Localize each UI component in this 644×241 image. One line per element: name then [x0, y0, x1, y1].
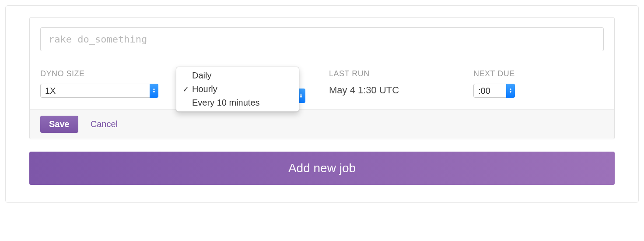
last-run-label: LAST RUN — [329, 69, 473, 78]
frequency-option-label: Every 10 minutes — [192, 98, 260, 108]
dyno-column: DYNO SIZE 1X ▲▼ — [40, 69, 176, 98]
scheduler-panel: DYNO SIZE 1X ▲▼ FREQUENCY ▲▼ Daily ✓ Ho — [5, 5, 639, 203]
dyno-size-value: 1X — [40, 84, 158, 98]
last-run-value: May 4 1:30 UTC — [329, 84, 473, 96]
last-run-column: LAST RUN May 4 1:30 UTC — [329, 69, 473, 98]
frequency-option-every-10[interactable]: Every 10 minutes — [176, 96, 299, 110]
cancel-button[interactable]: Cancel — [91, 119, 118, 129]
dyno-size-select[interactable]: 1X ▲▼ — [40, 84, 158, 98]
select-stepper-icon[interactable]: ▲▼ — [150, 84, 158, 98]
add-new-job-button[interactable]: Add new job — [29, 152, 615, 185]
frequency-option-label: Daily — [192, 71, 211, 81]
command-row — [30, 18, 614, 62]
command-input[interactable] — [40, 27, 604, 51]
frequency-option-label: Hourly — [192, 84, 217, 94]
settings-row: DYNO SIZE 1X ▲▼ FREQUENCY ▲▼ Daily ✓ Ho — [30, 62, 614, 109]
frequency-column: FREQUENCY ▲▼ Daily ✓ Hourly Every 10 min… — [176, 69, 329, 98]
next-due-label: NEXT DUE — [473, 69, 604, 78]
frequency-option-daily[interactable]: Daily — [176, 69, 299, 82]
frequency-option-hourly[interactable]: ✓ Hourly — [176, 82, 299, 96]
actions-row: Save Cancel — [30, 109, 614, 139]
next-due-select[interactable]: :00 ▲▼ — [473, 84, 515, 98]
dyno-size-label: DYNO SIZE — [40, 69, 176, 78]
save-button[interactable]: Save — [40, 116, 78, 133]
job-form-card: DYNO SIZE 1X ▲▼ FREQUENCY ▲▼ Daily ✓ Ho — [29, 17, 615, 139]
next-due-column: NEXT DUE :00 ▲▼ — [473, 69, 604, 98]
select-stepper-icon[interactable]: ▲▼ — [506, 84, 515, 98]
check-icon: ✓ — [182, 85, 192, 94]
frequency-dropdown: Daily ✓ Hourly Every 10 minutes — [176, 67, 299, 112]
